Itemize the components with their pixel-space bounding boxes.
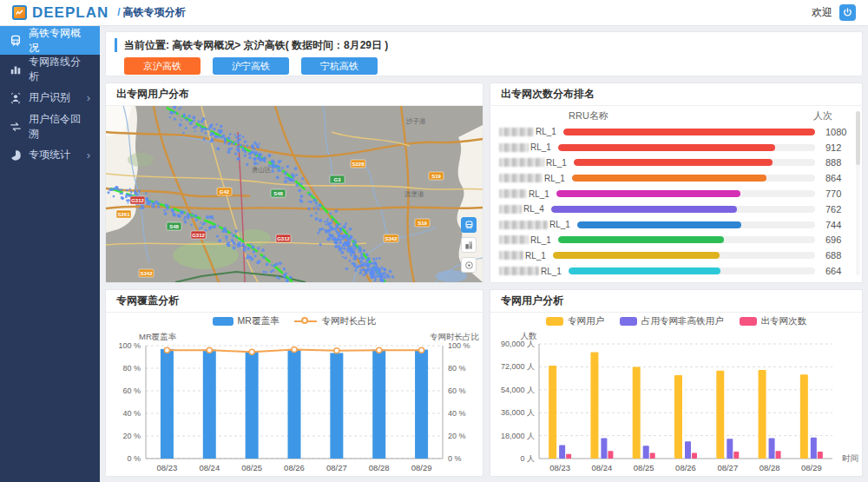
ranking-scrollbar[interactable] [856, 111, 860, 275]
logo-text: DEEPLAN [32, 4, 108, 22]
svg-text:S342: S342 [140, 271, 153, 276]
coverage-panel-title: 专网覆盖分析 [106, 290, 483, 313]
rru-name-suffix: RL_1 [541, 267, 563, 276]
roadnet-layer-button[interactable] [461, 257, 477, 273]
svg-text:60 %: 60 % [122, 386, 141, 395]
logout-power-button[interactable] [839, 4, 856, 21]
svg-text:G42: G42 [220, 189, 230, 195]
masked-rru-name [499, 251, 523, 260]
svg-text:54,000 人: 54,000 人 [501, 386, 535, 394]
rank-bar [572, 175, 766, 182]
svg-text:G312: G312 [277, 236, 290, 241]
map[interactable]: G42S48G3G312S261S48G312S342S228S19S19S34… [106, 106, 483, 282]
rank-value: 744 [825, 220, 853, 230]
tab-3[interactable]: 宁杭高铁 [301, 57, 378, 75]
svg-text:沙子港: 沙子港 [405, 117, 426, 125]
sidebar-item-3[interactable]: 用户识别› [0, 83, 100, 112]
svg-text:MR覆盖率: MR覆盖率 [139, 332, 177, 341]
svg-text:20 %: 20 % [122, 432, 141, 440]
sidebar-item-5[interactable]: 专项统计› [0, 141, 100, 169]
rru-name-suffix: RL_1 [546, 158, 569, 168]
ranking-row: RL_1688 [499, 249, 853, 262]
svg-text:40 %: 40 % [122, 409, 141, 418]
rank-bar [563, 129, 815, 135]
svg-text:18,000 人: 18,000 人 [501, 432, 535, 440]
svg-text:08/23: 08/23 [157, 463, 178, 472]
bar-swatch [740, 317, 757, 326]
svg-text:60 %: 60 % [448, 386, 466, 395]
svg-text:0 %: 0 % [448, 454, 462, 463]
rank-bar [574, 159, 773, 166]
top-header: DEEPLAN /高铁专项分析 欢迎 [0, 0, 868, 26]
legend-item[interactable]: 专网用户 [546, 315, 604, 327]
svg-text:专网时长占比: 专网时长占比 [430, 332, 480, 341]
rank-bar-track [558, 144, 815, 151]
legend-item[interactable]: 出专网次数 [740, 315, 807, 327]
tab-1[interactable]: 京沪高铁 [124, 57, 201, 75]
masked-rru-name [499, 235, 529, 244]
rank-value: 1080 [825, 127, 853, 137]
svg-text:0 人: 0 人 [520, 454, 535, 463]
satellite-layer-button[interactable] [461, 237, 477, 253]
users-legend: 专网用户占用专网非高铁用户出专网次数 [490, 313, 862, 330]
svg-text:08/26: 08/26 [284, 463, 305, 472]
ranking-row: RL_11080 [499, 125, 853, 138]
map-panel-title: 出专网用户分布 [106, 83, 483, 106]
sidebar-item-1[interactable]: 高铁专网概况 [0, 26, 100, 55]
svg-text:0 %: 0 % [127, 454, 141, 463]
legend-item[interactable]: 专网时长占比 [294, 315, 376, 327]
legend-item[interactable]: 占用专网非高铁用户 [620, 315, 724, 327]
rank-bar-track [551, 206, 815, 213]
svg-text:08/24: 08/24 [199, 463, 220, 472]
transit-layer-button[interactable] [461, 217, 477, 233]
rank-value: 762 [825, 204, 853, 215]
svg-text:08/25: 08/25 [634, 463, 654, 472]
sidebar-item-label: 用户识别 [29, 90, 70, 105]
line-swatch [294, 320, 317, 322]
svg-text:S48: S48 [273, 191, 283, 196]
legend-item[interactable]: MR覆盖率 [213, 315, 279, 327]
sidebar-item-label: 专项统计 [29, 148, 70, 162]
svg-text:36,000 人: 36,000 人 [501, 408, 535, 417]
breadcrumb: 当前位置: 高铁专网概况> 京沪高铁( 数据时间：8月29日 ) [115, 38, 853, 52]
rank-value: 664 [825, 266, 853, 276]
svg-text:08/28: 08/28 [369, 463, 390, 472]
logo: DEEPLAN /高铁专项分析 [12, 4, 186, 22]
chevron-right-icon: › [87, 91, 90, 104]
rank-bar-track [553, 252, 815, 259]
rank-bar-track [563, 129, 815, 135]
rank-bar [558, 144, 775, 151]
map-canvas[interactable]: G42S48G3G312S261S48G312S342S228S19S19S34… [106, 106, 483, 282]
sidebar-item-4[interactable]: 用户信令回溯 [0, 112, 100, 141]
svg-text:08/25: 08/25 [241, 463, 262, 472]
masked-rru-name [499, 189, 527, 198]
ranking-row: RL_1912 [499, 141, 853, 154]
svg-text:08/29: 08/29 [411, 463, 432, 472]
rru-name-suffix: RL_1 [544, 174, 567, 183]
breadcrumb-panel: 当前位置: 高铁专网概况> 京沪高铁( 数据时间：8月29日 ) 京沪高铁沪宁高… [105, 31, 863, 76]
bar-swatch [213, 317, 233, 326]
rank-bar [553, 252, 720, 259]
masked-rru-name [499, 205, 522, 214]
rank-bar-track [574, 159, 815, 166]
pie-chart-icon [10, 149, 22, 162]
rank-bar-track [556, 190, 815, 197]
rank-value: 770 [825, 188, 853, 199]
rru-name-suffix: RL_1 [530, 235, 553, 245]
svg-text:20 %: 20 % [448, 432, 466, 440]
svg-text:100 %: 100 % [118, 341, 141, 350]
svg-text:90,000 人: 90,000 人 [501, 340, 535, 348]
svg-text:08/28: 08/28 [760, 463, 780, 472]
svg-text:80 %: 80 % [448, 364, 466, 373]
main-content: 当前位置: 高铁专网概况> 京沪高铁( 数据时间：8月29日 ) 京沪高铁沪宁高… [100, 26, 868, 482]
coverage-chart: MR覆盖率专网时长占比0 %0 %20 %20 %40 %40 %60 %60 … [106, 330, 483, 476]
svg-text:08/26: 08/26 [675, 463, 696, 472]
sidebar-item-2[interactable]: 专网路线分析 [0, 55, 100, 83]
tab-2[interactable]: 沪宁高铁 [213, 57, 289, 75]
svg-text:S228: S228 [352, 162, 365, 167]
app-subtitle: /高铁专项分析 [117, 5, 185, 20]
rru-name-suffix: RL_4 [523, 204, 546, 214]
coverage-analysis-panel: 专网覆盖分析 MR覆盖率专网时长占比 MR覆盖率专网时长占比0 %0 %20 %… [105, 289, 483, 477]
rail-line-tabs: 京沪高铁沪宁高铁宁杭高铁 [124, 57, 853, 75]
svg-text:40 %: 40 % [448, 409, 466, 418]
